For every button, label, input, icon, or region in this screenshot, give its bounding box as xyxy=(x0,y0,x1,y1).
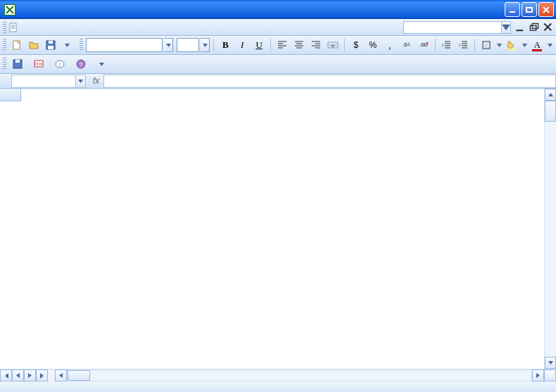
font-size-dropdown[interactable] xyxy=(201,38,210,52)
svg-rect-9 xyxy=(48,46,53,49)
document-icon xyxy=(8,23,18,32)
formatting-toolbar: B I U a $ % , .0 .00 A xyxy=(0,36,556,55)
toolbar-options-button[interactable] xyxy=(60,37,75,53)
increase-indent-button[interactable] xyxy=(455,37,471,53)
font-color-dropdown[interactable] xyxy=(546,37,553,53)
open-button[interactable] xyxy=(26,37,42,53)
font-color-button[interactable]: A xyxy=(529,37,545,53)
pdf-addon-toolbar: PDF i ? xyxy=(0,55,556,74)
minimize-button[interactable] xyxy=(505,2,520,17)
scroll-up-button[interactable] xyxy=(545,89,556,101)
increase-decimal-button[interactable]: .0 xyxy=(399,37,415,53)
help-search-dropdown[interactable] xyxy=(502,21,511,34)
svg-rect-1 xyxy=(526,8,532,12)
toolbar-options-button[interactable] xyxy=(94,56,109,72)
scroll-right-button[interactable] xyxy=(532,369,544,381)
excel-icon xyxy=(4,4,15,15)
formula-input[interactable] xyxy=(103,75,556,88)
doc-close-button[interactable] xyxy=(543,23,553,32)
percent-button[interactable]: % xyxy=(365,37,381,53)
first-sheet-button[interactable] xyxy=(0,369,12,381)
insert-function-button[interactable]: fx xyxy=(93,76,99,86)
svg-rect-5 xyxy=(532,23,538,28)
decrease-indent-button[interactable] xyxy=(439,37,455,53)
currency-button[interactable]: $ xyxy=(348,37,364,53)
prev-sheet-button[interactable] xyxy=(12,369,24,381)
doc-minimize-button[interactable] xyxy=(515,23,525,32)
last-sheet-button[interactable] xyxy=(36,369,48,381)
pdf-setting-button[interactable]: PDF xyxy=(30,56,50,72)
save-as-pdf-button[interactable] xyxy=(9,56,29,72)
svg-rect-6 xyxy=(13,41,20,49)
scrollbar-thumb[interactable] xyxy=(68,370,90,381)
font-name-dropdown[interactable] xyxy=(164,38,173,52)
scroll-corner xyxy=(544,369,556,381)
align-center-button[interactable] xyxy=(291,37,307,53)
svg-rect-8 xyxy=(49,41,53,44)
borders-button[interactable] xyxy=(479,37,494,53)
font-size-combo[interactable] xyxy=(177,38,199,52)
align-left-button[interactable] xyxy=(274,37,290,53)
name-box-dropdown[interactable] xyxy=(76,75,86,88)
window-titlebar xyxy=(0,0,556,19)
align-right-button[interactable] xyxy=(308,37,324,53)
next-sheet-button[interactable] xyxy=(24,369,36,381)
svg-text:.0: .0 xyxy=(403,42,407,48)
doc-restore-button[interactable] xyxy=(529,23,539,32)
name-box[interactable] xyxy=(11,75,76,88)
scrollbar-thumb[interactable] xyxy=(545,101,556,122)
svg-text:.00: .00 xyxy=(419,42,428,48)
fill-color-button[interactable] xyxy=(504,37,519,53)
about-button[interactable]: i xyxy=(51,56,71,72)
toolbar-grip[interactable] xyxy=(3,39,6,51)
svg-text:a: a xyxy=(331,43,334,48)
formula-bar: fx xyxy=(0,74,556,89)
vertical-scrollbar[interactable] xyxy=(544,89,556,369)
svg-text:i: i xyxy=(59,61,61,68)
merge-center-button[interactable]: a xyxy=(325,37,341,53)
spreadsheet-grid xyxy=(0,89,556,369)
new-button[interactable] xyxy=(9,37,25,53)
close-button[interactable] xyxy=(538,2,554,17)
scrollbar-track[interactable] xyxy=(545,101,556,357)
svg-rect-2 xyxy=(10,23,16,32)
comma-button[interactable]: , xyxy=(382,37,398,53)
fill-color-dropdown[interactable] xyxy=(521,37,528,53)
decrease-decimal-button[interactable]: .00 xyxy=(416,37,431,53)
scroll-left-button[interactable] xyxy=(55,369,67,381)
italic-button[interactable]: I xyxy=(234,37,250,53)
toolbar-grip[interactable] xyxy=(80,39,83,51)
svg-rect-16 xyxy=(532,49,542,51)
borders-dropdown[interactable] xyxy=(495,37,503,53)
menu-bar xyxy=(0,19,556,36)
save-button[interactable] xyxy=(43,37,58,53)
sheet-tab-bar xyxy=(0,369,556,381)
scrollbar-track[interactable] xyxy=(67,369,532,381)
svg-text:?: ? xyxy=(79,61,82,68)
toolbar-grip[interactable] xyxy=(3,22,6,33)
underline-button[interactable]: U xyxy=(251,37,267,53)
toolbar-grip[interactable] xyxy=(3,58,6,70)
svg-rect-18 xyxy=(15,60,20,63)
svg-text:PDF: PDF xyxy=(34,62,43,66)
horizontal-scrollbar[interactable] xyxy=(55,369,544,381)
status-bar xyxy=(0,381,556,392)
maximize-button[interactable] xyxy=(522,2,537,17)
help-search-input[interactable] xyxy=(403,21,502,34)
svg-rect-15 xyxy=(507,49,516,50)
select-all-button[interactable] xyxy=(0,89,21,101)
help-button[interactable]: ? xyxy=(72,56,92,72)
scroll-down-button[interactable] xyxy=(545,357,556,369)
font-name-combo[interactable] xyxy=(86,38,163,52)
bold-button[interactable]: B xyxy=(217,37,233,53)
